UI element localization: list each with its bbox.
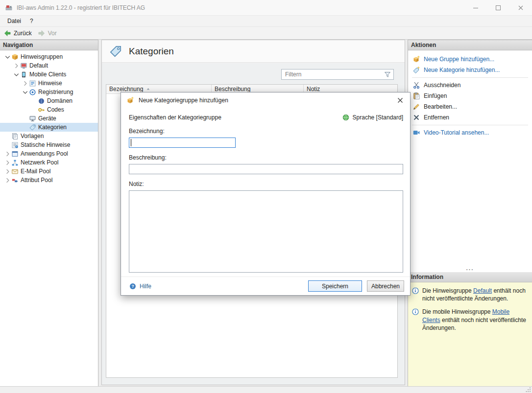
tree-item-mobile-clients[interactable]: Mobile Clients [0,70,98,79]
actions-overflow[interactable]: ... [408,265,532,272]
action-neue-gruppe-hinzufügen[interactable]: Neue Gruppe hinzufügen... [408,54,532,65]
sort-asc-icon [145,87,151,92]
minimize-button[interactable] [464,0,487,16]
action-neue-kategorie-hinzufügen[interactable]: Neue Kategorie hinzufügen... [408,65,532,75]
tree-item-statische-hinweise[interactable]: Statische Hinweise [0,140,98,149]
tree-item-label: E-Mail Pool [21,168,52,175]
information-panel-header: Information [408,272,532,282]
close-icon [517,4,525,12]
action-label: Neue Kategorie hinzufügen... [424,67,500,73]
info-message-prefix: Die mobile Hinweisgruppe [422,308,492,315]
chevron-collapsed-icon[interactable] [13,62,20,69]
action-label: Einfügen [424,92,447,99]
info-icon [411,308,419,316]
chevron-spacer [30,106,38,114]
filter-icon[interactable] [384,70,391,78]
remove-icon [412,114,420,121]
maximize-icon [494,4,502,12]
action-video-tutorial-ansehen[interactable]: Video-Tutorial ansehen... [408,127,532,138]
default-group-icon [20,62,27,69]
help-button-label: Hilfe [140,283,151,290]
info-message-text: Die Hinweisgruppe Default enthält noch n… [422,287,529,302]
tree-item-e-mail-pool[interactable]: E-Mail Pool [0,167,98,176]
tree-item-default[interactable]: Default [0,61,98,70]
notiz-field[interactable] [129,190,403,273]
notiz-label: Notiz: [129,181,403,187]
beschreibung-field[interactable] [129,164,403,174]
tree-item-anwendungs-pool[interactable]: Anwendungs Pool [0,149,98,158]
tree-item-label: Geräte [38,115,58,122]
save-button[interactable]: Speichern [308,280,362,292]
tree-item-codes[interactable]: Codes [0,105,98,114]
tree-item-vorlagen[interactable]: Vorlagen [0,132,98,140]
action-bearbeiten[interactable]: Bearbeiten... [408,101,532,112]
filter-row [106,69,394,80]
tree-item-hinweisgruppen[interactable]: Hinweisgruppen [0,52,98,61]
tree-item-label: Netzwerk Pool [21,159,60,166]
action-label: Entfernen [424,114,449,121]
language-selector[interactable]: Sprache [Standard] [342,114,403,121]
action-entfernen[interactable]: Entfernen [408,112,532,123]
help-button[interactable]: ? Hilfe [129,282,308,290]
dialog-close-icon [396,96,404,104]
beschreibung-label: Beschreibung: [129,154,403,161]
chevron-collapsed-icon[interactable] [4,177,11,184]
info-message-link[interactable]: Default [473,287,492,294]
tree-item-hinweise[interactable]: Hinweise [0,79,98,88]
bezeichnung-label: Bezeichnung: [129,128,403,135]
action-einfügen[interactable]: Einfügen [408,91,532,101]
toolbar: Zurück Vor [0,26,532,40]
column-header-label: Notiz [307,86,320,92]
new-category-icon [412,66,420,74]
app-icon [5,4,13,12]
bezeichnung-field[interactable] [129,138,236,148]
text-caret [131,139,131,146]
tree-item-domänen[interactable]: Domänen [0,96,98,105]
action-label: Neue Gruppe hinzufügen... [424,56,494,63]
chevron-collapsed-icon[interactable] [4,150,11,158]
tree-item-kategorien[interactable]: Kategorien [0,123,98,132]
forward-button-label: Vor [48,30,57,37]
tree-item-label: Mobile Clients [29,71,68,78]
info-message-prefix: Die Hinweisgruppe [422,287,473,294]
back-button[interactable]: Zurück [3,29,32,37]
dialog-close-button[interactable] [392,92,408,108]
static-hints-icon [11,141,19,149]
tree-item-label: Registrierung [38,89,75,95]
key-icon [38,106,45,114]
domain-icon [38,97,45,105]
column-header-label: Beschreibung [215,86,250,92]
tree-item-attribut-pool[interactable]: Attribut Pool [0,176,98,185]
attribute-pool-icon [11,177,19,184]
tree-item-label: Default [29,62,50,69]
forward-button[interactable]: Vor [38,29,57,37]
menu-item-help[interactable]: ? [25,17,38,25]
chevron-collapsed-icon[interactable] [4,159,11,166]
tree-item-netzwerk-pool[interactable]: Netzwerk Pool [0,158,98,167]
dialog-section-label: Eigenschaften der Kategoriegruppe [129,114,221,121]
chevron-collapsed-icon[interactable] [22,80,29,87]
category-page-icon [109,45,122,58]
tree-item-geräte[interactable]: Geräte [0,114,98,123]
app-pool-icon [11,150,19,158]
column-header-label: Bezeichnung [109,86,143,92]
email-pool-icon [11,168,19,175]
svg-text:?: ? [131,284,134,289]
chevron-expanded-icon[interactable] [13,71,20,78]
tree-item-registrierung[interactable]: Registrierung [0,88,98,96]
chevron-expanded-icon[interactable] [22,89,29,96]
chevron-collapsed-icon[interactable] [4,168,11,175]
maximize-button[interactable] [487,0,509,16]
resize-grip-icon[interactable] [525,387,531,393]
tree-item-label: Hinweisgruppen [21,53,65,60]
action-ausschneiden[interactable]: Ausschneiden [408,80,532,91]
menu-item-datei[interactable]: Datei [3,17,25,25]
page-title: Kategorien [129,46,174,57]
dialog-body: Eigenschaften der Kategoriegruppe Sprach… [121,108,410,273]
dialog-header: Neue Kategoriegruppe hinzufügen [121,92,410,108]
chevron-expanded-icon[interactable] [4,53,11,61]
cancel-button[interactable]: Abbrechen [367,280,404,292]
close-button[interactable] [509,0,532,16]
filter-input[interactable] [285,71,384,78]
tree-item-label: Vorlagen [21,133,46,139]
